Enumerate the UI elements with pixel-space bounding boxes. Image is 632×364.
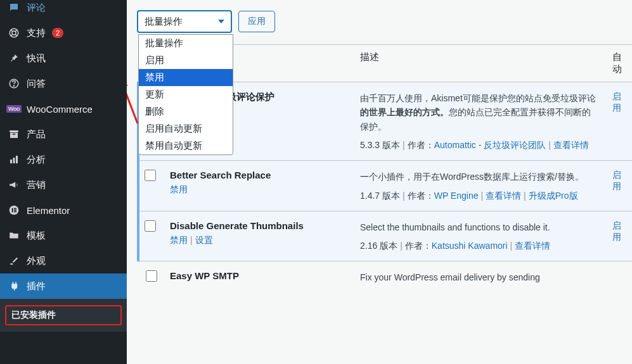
th-auto-update[interactable]: 自动 <box>606 45 632 82</box>
svg-point-3 <box>13 85 14 86</box>
dropdown-option-delete[interactable]: 删除 <box>139 103 233 120</box>
sidebar-item-elementor[interactable]: Elementor <box>0 198 127 223</box>
sidebar-item-support[interactable]: 支持 2 <box>0 20 127 46</box>
svg-rect-12 <box>14 208 16 210</box>
sidebar-item-label: 分析 <box>27 154 46 166</box>
sidebar-item-news[interactable]: 快讯 <box>0 46 127 71</box>
svg-rect-7 <box>10 160 12 163</box>
sidebar-item-label: 产品 <box>27 129 46 141</box>
plugin-name: Better Search Replace <box>170 170 347 180</box>
svg-rect-13 <box>14 210 16 211</box>
question-icon <box>8 77 20 90</box>
auto-update-link[interactable]: 启用 <box>612 220 621 242</box>
archive-icon <box>8 128 20 141</box>
bulk-actions-bar: 批量操作 批量操作 启用 禁用 更新 删除 启用自动更新 禁用自动更新 应用 <box>137 10 632 33</box>
sidebar-item-comments[interactable]: 评论 <box>0 0 127 20</box>
sidebar-item-label: 营销 <box>27 179 46 191</box>
main-content: 批量操作 批量操作 启用 禁用 更新 删除 启用自动更新 禁用自动更新 应用 <box>127 0 632 364</box>
sidebar-item-label: 问答 <box>27 78 46 90</box>
details-link[interactable]: 查看详情 <box>486 191 521 201</box>
auto-update-link[interactable]: 启用 <box>612 91 621 113</box>
sidebar-item-woocommerce[interactable]: Woo WooCommerce <box>0 96 127 122</box>
dropdown-option-update[interactable]: 更新 <box>139 86 233 103</box>
plugin-description: 一个小插件，用于在WordPress数据库上运行搜索/替换。 <box>360 170 600 184</box>
plugin-meta: 5.3.3 版本|作者：Automattic - 反垃圾评论团队|查看详情 <box>360 140 600 151</box>
sidebar-item-marketing[interactable]: 营销 <box>0 172 127 198</box>
sidebar-item-label: 快讯 <box>27 53 46 65</box>
sidebar-item-label: 支持 <box>27 27 46 39</box>
sidebar-item-plugins[interactable]: 插件 <box>0 273 127 299</box>
sidebar-item-label: Elementor <box>27 205 70 216</box>
svg-rect-5 <box>10 133 18 138</box>
plugin-actions: 禁用|设置 <box>170 235 347 246</box>
plugin-meta: 1.4.7 版本|作者：WP Engine|查看详情|升级成Pro版 <box>360 191 600 202</box>
sidebar-item-qa[interactable]: 问答 <box>0 71 127 96</box>
life-ring-icon <box>8 27 20 39</box>
pushpin-icon <box>8 52 20 65</box>
plugin-checkbox[interactable] <box>145 220 156 232</box>
plugin-row: Better Search Replace 禁用 一个小插件，用于在WordPr… <box>138 161 632 211</box>
details-link[interactable]: 查看详情 <box>553 140 589 150</box>
chart-icon <box>8 153 20 166</box>
svg-point-1 <box>12 31 16 35</box>
plugin-row: Disable Generate Thumbnails 禁用|设置 Select… <box>138 211 632 261</box>
plugin-description: 由千百万人使用，Akismet可能是保护您的站点免受垃圾评论的世界上最好的方式。… <box>360 91 600 134</box>
brush-icon <box>8 254 20 267</box>
dropdown-option-enable-auto[interactable]: 启用自动更新 <box>139 120 233 137</box>
action-deactivate[interactable]: 禁用 <box>170 235 188 245</box>
plugin-actions: 禁用 <box>170 184 347 196</box>
megaphone-icon <box>8 179 20 191</box>
details-link[interactable]: 查看详情 <box>515 241 550 251</box>
th-description[interactable]: 描述 <box>354 45 606 82</box>
plugin-row: Easy WP SMTP Fix your WordPress email de… <box>138 261 632 299</box>
plugin-meta: 2.16 版本|作者：Katsushi Kawamori|查看详情 <box>360 241 600 252</box>
dropdown-option-deactivate[interactable]: 禁用 <box>139 69 233 86</box>
dropdown-option-disable-auto[interactable]: 禁用自动更新 <box>139 137 233 154</box>
sidebar-item-templates[interactable]: 模板 <box>0 223 127 248</box>
plugin-name: Disable Generate Thumbnails <box>170 220 347 231</box>
sidebar-item-analytics[interactable]: 分析 <box>0 147 127 172</box>
bulk-action-dropdown: 批量操作 启用 禁用 更新 删除 启用自动更新 禁用自动更新 <box>138 34 233 155</box>
submenu-installed-plugins[interactable]: 已安装插件 <box>5 305 122 325</box>
author-link[interactable]: WP Engine <box>434 191 479 201</box>
plugin-name: Easy WP SMTP <box>170 270 347 281</box>
plug-icon <box>8 280 20 292</box>
elementor-icon <box>8 204 20 217</box>
folder-icon <box>8 229 20 242</box>
plugin-checkbox[interactable] <box>145 170 156 181</box>
plugin-description: Select the thumbnails and functions to d… <box>360 220 600 234</box>
admin-sidebar: 评论 支持 2 快讯 问答 Woo WooCommerce <box>0 0 127 364</box>
sidebar-item-label: 评论 <box>27 2 46 14</box>
comment-icon <box>8 1 20 14</box>
sidebar-item-label: 外观 <box>27 255 46 267</box>
dropdown-option-activate[interactable]: 启用 <box>139 52 233 69</box>
sidebar-item-label: WooCommerce <box>27 104 93 115</box>
svg-rect-9 <box>16 156 18 163</box>
action-settings[interactable]: 设置 <box>195 235 213 245</box>
plugin-description: Fix your WordPress email delivery by sen… <box>360 270 600 284</box>
sidebar-item-label: 插件 <box>27 280 46 292</box>
svg-rect-14 <box>14 211 16 213</box>
plugin-checkbox[interactable] <box>146 270 157 282</box>
author-link[interactable]: Katsushi Kawamori <box>432 241 508 251</box>
svg-rect-8 <box>13 158 15 163</box>
woocommerce-icon: Woo <box>8 103 20 115</box>
auto-update-link[interactable]: 启用 <box>612 170 621 191</box>
apply-button[interactable]: 应用 <box>238 11 275 32</box>
action-deactivate[interactable]: 禁用 <box>170 184 188 194</box>
sidebar-item-appearance[interactable]: 外观 <box>0 248 127 273</box>
bulk-action-label: 批量操作 <box>145 16 183 28</box>
svg-rect-6 <box>13 134 16 135</box>
plugins-submenu: 已安装插件 <box>0 299 127 332</box>
author-link[interactable]: Automattic - 反垃圾评论团队 <box>434 140 546 150</box>
bulk-action-select[interactable]: 批量操作 批量操作 启用 禁用 更新 删除 启用自动更新 禁用自动更新 <box>137 10 232 33</box>
sidebar-item-label: 模板 <box>27 230 46 242</box>
dropdown-option-bulk[interactable]: 批量操作 <box>139 35 233 52</box>
svg-rect-11 <box>12 208 13 213</box>
sidebar-item-products[interactable]: 产品 <box>0 122 127 147</box>
svg-rect-4 <box>10 130 18 132</box>
upgrade-link[interactable]: 升级成Pro版 <box>529 191 578 201</box>
notification-badge: 2 <box>52 28 63 38</box>
chevron-down-icon <box>218 20 224 23</box>
